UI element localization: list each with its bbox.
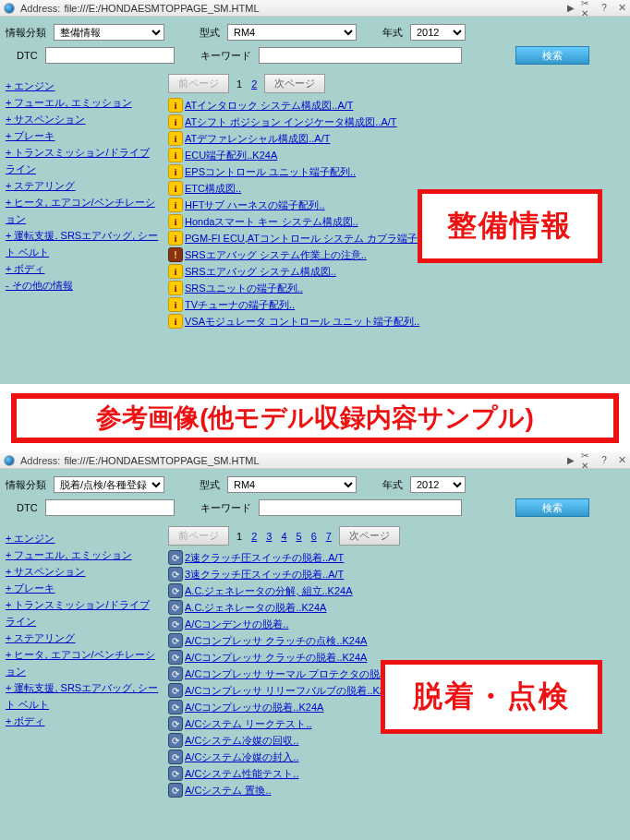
- sidebar-item[interactable]: + ボディ: [6, 260, 159, 277]
- result-row: ECU端子配列..K24A: [168, 147, 626, 163]
- result-link[interactable]: 3速クラッチ圧スイッチの脱着..A/T: [185, 568, 344, 582]
- play-icon[interactable]: ▶: [564, 2, 577, 15]
- sidebar-item[interactable]: + ヒータ, エアコン/ベンチレーション: [6, 194, 159, 227]
- close-icon[interactable]: ✕: [618, 2, 626, 14]
- result-row: A/Cコンデンサの脱着..: [168, 616, 626, 632]
- dtc-input[interactable]: [45, 47, 175, 64]
- play-icon[interactable]: ▶: [564, 454, 577, 467]
- page-number[interactable]: 7: [324, 531, 333, 542]
- result-link[interactable]: A/Cシステム冷媒の回収..: [185, 734, 298, 748]
- close-icon[interactable]: ✕: [618, 454, 626, 466]
- next-page-button[interactable]: 次ページ: [264, 74, 325, 93]
- year-select[interactable]: 2012: [410, 24, 466, 41]
- search-button[interactable]: 検索: [515, 498, 589, 517]
- info-icon: [168, 198, 183, 212]
- result-link[interactable]: Hondaスマート キー システム構成図..: [185, 215, 358, 229]
- result-link[interactable]: SRSユニットの端子配列..: [185, 282, 303, 295]
- sidebar-item[interactable]: + トランスミッション/ドライブライン: [6, 144, 159, 177]
- result-link[interactable]: A/Cシステム リークテスト..: [185, 717, 312, 731]
- result-link[interactable]: TVチューナの端子配列..: [185, 298, 295, 312]
- dtc-input[interactable]: [45, 499, 175, 516]
- page-number[interactable]: 4: [279, 531, 288, 542]
- manual-icon: [168, 683, 183, 698]
- info-icon: [168, 98, 183, 113]
- result-link[interactable]: A/Cコンデンサの脱着..: [185, 618, 288, 631]
- result-link[interactable]: ATデファレンシャル構成図..A/T: [185, 132, 330, 146]
- address-label: Address:: [20, 455, 60, 466]
- result-link[interactable]: A/Cコンプレッサ クラッチの脱着..K24A: [185, 651, 367, 665]
- globe-icon: [4, 455, 15, 466]
- sidebar-item[interactable]: + フューエル, エミッション: [6, 94, 159, 111]
- page-number[interactable]: 2: [249, 531, 259, 542]
- kata-select[interactable]: RM4: [227, 24, 357, 41]
- panel-top: Address: file:///E:/HONDAESMTOPPAGE_SM.H…: [0, 0, 630, 384]
- keyword-label: キーワード: [200, 501, 251, 515]
- keyword-input[interactable]: [259, 47, 462, 64]
- pager-bottom: 前ページ1234567次ページ: [168, 526, 626, 546]
- keyword-input[interactable]: [259, 499, 462, 516]
- sidebar-item[interactable]: + サスペンション: [6, 563, 159, 580]
- dtc-label: DTC: [17, 50, 38, 61]
- address-label: Address:: [20, 3, 60, 14]
- result-link[interactable]: A/Cシステム性能テスト..: [185, 767, 298, 781]
- result-link[interactable]: A.C.ジェネレータの分解, 組立..K24A: [185, 584, 353, 598]
- result-link[interactable]: ECU端子配列..K24A: [185, 149, 277, 162]
- year-select[interactable]: 2012: [410, 476, 466, 493]
- sidebar-item[interactable]: + エンジン: [6, 530, 159, 546]
- page-number[interactable]: 1: [235, 78, 244, 90]
- bunrui-select[interactable]: 脱着/点検/各種登録・学習: [54, 476, 164, 493]
- page-number[interactable]: 6: [309, 531, 319, 542]
- result-link[interactable]: EPSコントロール ユニット端子配列..: [185, 165, 356, 179]
- info-icon: [168, 214, 183, 229]
- globe-icon: [4, 3, 15, 14]
- result-link[interactable]: VSAモジュレータ コントロール ユニット端子配列..: [185, 315, 419, 329]
- result-link[interactable]: A/Cコンプレッサの脱着..K24A: [185, 701, 323, 714]
- tools-icon[interactable]: ✂✕: [581, 2, 594, 15]
- sidebar-item[interactable]: + 運転支援, SRSエアバッグ, シート ベルト: [6, 227, 159, 260]
- manual-icon: [168, 650, 183, 665]
- titlebar: Address: file:///E:/HONDAESMTOPPAGE_SM.H…: [0, 452, 630, 469]
- sidebar-item[interactable]: - その他の情報: [6, 277, 159, 294]
- result-link[interactable]: A.C.ジェネレータの脱着..K24A: [185, 601, 326, 615]
- page-number[interactable]: 1: [235, 531, 244, 542]
- bunrui-select[interactable]: 整備情報: [54, 24, 164, 41]
- result-link[interactable]: A/Cコンプレッサ リリーフバルブの脱着..K24A: [185, 684, 397, 698]
- next-page-button[interactable]: 次ページ: [339, 526, 400, 546]
- result-link[interactable]: A/Cコンプレッサ クラッチの点検..K24A: [185, 634, 367, 648]
- sidebar-item[interactable]: + 運転支援, SRSエアバッグ, シート ベルト: [6, 679, 159, 713]
- result-link[interactable]: SRSエアバッグ システム構成図..: [185, 265, 336, 279]
- result-link[interactable]: HFTサブ ハーネスの端子配列..: [185, 198, 325, 212]
- tools-icon[interactable]: ✂✕: [581, 454, 594, 467]
- page-number[interactable]: 5: [295, 531, 304, 542]
- search-button[interactable]: 検索: [515, 46, 589, 65]
- filter-bar: 情報分類 整備情報 型式 RM4 年式 2012 DTC キーワード 検索: [0, 17, 630, 74]
- manual-icon: [168, 783, 183, 798]
- sidebar-item[interactable]: + トランスミッション/ドライブライン: [6, 596, 159, 630]
- result-link[interactable]: SRSエアバッグ システム作業上の注意..: [185, 248, 367, 262]
- sidebar-item[interactable]: + サスペンション: [6, 111, 159, 127]
- help-icon[interactable]: ?: [598, 2, 611, 15]
- overlay-bottom: 脱着・点検: [381, 660, 602, 734]
- page-number[interactable]: 3: [264, 531, 273, 542]
- result-row: A.C.ジェネレータの脱着..K24A: [168, 599, 626, 616]
- result-link[interactable]: 2速クラッチ圧スイッチの脱着..A/T: [185, 551, 344, 565]
- result-link[interactable]: ATインタロック システム構成図..A/T: [185, 99, 354, 113]
- sidebar-item[interactable]: + ヒータ, エアコン/ベンチレーション: [6, 646, 159, 679]
- sidebar-item[interactable]: + ボディ: [6, 713, 159, 729]
- prev-page-button[interactable]: 前ページ: [168, 526, 229, 546]
- kata-select[interactable]: RM4: [227, 476, 357, 493]
- page-number[interactable]: 2: [249, 78, 259, 90]
- bunrui-label: 情報分類: [6, 26, 46, 40]
- sidebar-item[interactable]: + エンジン: [6, 78, 159, 94]
- sidebar-item[interactable]: + ステアリング: [6, 630, 159, 646]
- result-link[interactable]: A/Cシステム冷媒の封入..: [185, 750, 298, 764]
- result-link[interactable]: A/Cシステム 置換..: [185, 784, 272, 798]
- help-icon[interactable]: ?: [598, 454, 611, 467]
- result-link[interactable]: ETC構成図..: [185, 182, 241, 196]
- prev-page-button[interactable]: 前ページ: [168, 74, 229, 93]
- sidebar-item[interactable]: + フューエル, エミッション: [6, 546, 159, 563]
- sidebar-item[interactable]: + ブレーキ: [6, 580, 159, 596]
- result-link[interactable]: ATシフト ポジション インジケータ構成図..A/T: [185, 115, 397, 129]
- sidebar-item[interactable]: + ステアリング: [6, 177, 159, 194]
- sidebar-item[interactable]: + ブレーキ: [6, 127, 159, 144]
